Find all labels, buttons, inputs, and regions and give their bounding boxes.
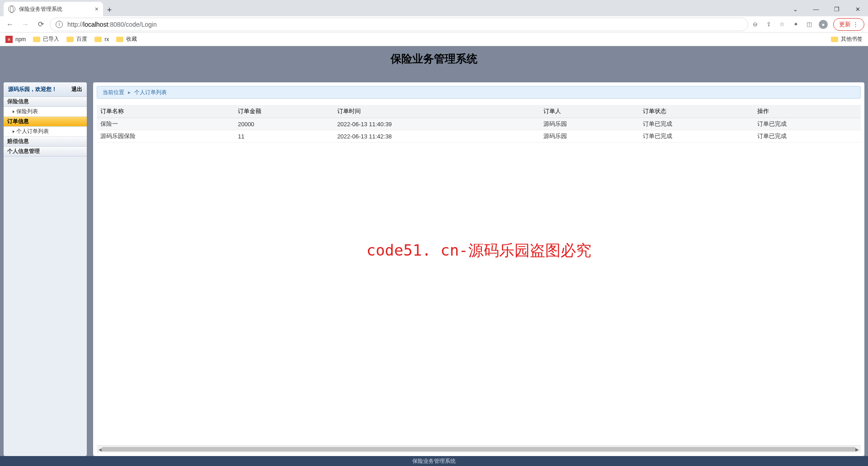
scrollbar-thumb[interactable] (101, 447, 856, 452)
folder-icon (94, 37, 102, 42)
orders-table: 订单名称 订单金额 订单时间 订单人 订单状态 操作 保险一200002022-… (97, 105, 861, 143)
globe-icon (8, 5, 15, 13)
other-bookmarks[interactable]: 其他书签 (831, 35, 863, 43)
back-button[interactable]: ← (4, 18, 16, 31)
tab-title: 保险业务管理系统 (19, 5, 62, 13)
new-tab-button[interactable]: + (103, 4, 116, 16)
sidepanel-icon[interactable]: ◫ (805, 20, 813, 29)
bookmark-baidu[interactable]: 百度 (66, 35, 87, 43)
scroll-right-icon[interactable]: ▶ (854, 446, 861, 453)
update-button[interactable]: 更新⋮ (833, 18, 864, 31)
triangle-icon (13, 130, 14, 133)
sidebar-item-insurance-list[interactable]: 保险列表 (4, 107, 87, 117)
close-window-icon[interactable]: ✕ (847, 2, 868, 16)
window-controls: ⌄ — ❐ ✕ (785, 2, 868, 16)
page-title: 保险业务管理系统 (391, 52, 477, 66)
table-cell: 源码乐园 (540, 118, 639, 130)
table-cell: 2022-06-13 11:40:39 (334, 118, 540, 130)
address-bar: ← → ⟳ i http://localhost:8080/code/Login… (0, 16, 868, 33)
main-panel: 当前位置 ▸ 个人订单列表 订单名称 订单金额 订单时间 订单人 订单状态 (93, 82, 864, 456)
close-tab-icon[interactable]: × (95, 5, 99, 13)
url-path: /code/Login (124, 21, 156, 28)
triangle-icon (13, 110, 14, 113)
minimize-icon[interactable]: — (806, 2, 826, 16)
col-name: 订单名称 (97, 105, 234, 118)
url-scheme: http:// (67, 21, 83, 28)
folder-icon (33, 37, 40, 42)
folder-icon (66, 37, 74, 42)
browser-tab[interactable]: 保险业务管理系统 × (4, 2, 103, 16)
zoom-icon[interactable]: ⊖ (751, 20, 759, 29)
col-time: 订单时间 (334, 105, 540, 118)
reload-button[interactable]: ⟳ (34, 18, 47, 31)
horizontal-scrollbar[interactable]: ◀ ▶ (97, 445, 861, 452)
breadcrumb-current: 个人订单列表 (134, 89, 167, 96)
maximize-icon[interactable]: ❐ (826, 2, 847, 16)
bookmark-npm[interactable]: nnpm (5, 36, 26, 43)
sidebar: 源码乐园，欢迎您！ 退出 保险信息 保险列表 订单信息 个人订单列表 赔偿信息 … (4, 82, 87, 456)
watermark-text: code51. cn-源码乐园盗图必究 (366, 240, 591, 261)
table-header-row: 订单名称 订单金额 订单时间 订单人 订单状态 操作 (97, 105, 861, 118)
share-icon[interactable]: ⇪ (764, 20, 773, 29)
profile-avatar[interactable]: ● (819, 20, 828, 29)
bookmark-imported[interactable]: 已导入 (33, 35, 59, 43)
app-header: 保险业务管理系统 (0, 46, 868, 82)
table-row[interactable]: 保险一200002022-06-13 11:40:39源码乐园订单已完成订单已完… (97, 118, 861, 130)
browser-tab-bar: 保险业务管理系统 × + ⌄ — ❐ ✕ (0, 0, 868, 16)
url-port: :8080 (108, 21, 124, 28)
extensions-icon[interactable]: ✦ (792, 20, 800, 29)
table-cell: 订单已完成 (639, 118, 754, 130)
table-row[interactable]: 源码乐园保险112022-06-13 11:42:38源码乐园订单已完成订单已完… (97, 130, 861, 143)
breadcrumb: 当前位置 ▸ 个人订单列表 (97, 86, 861, 99)
bookmark-rx[interactable]: rx (94, 36, 109, 43)
npm-icon: n (5, 36, 13, 43)
app-container: 保险业务管理系统 源码乐园，欢迎您！ 退出 保险信息 保险列表 订单信息 个人订… (0, 46, 868, 466)
table-container: 订单名称 订单金额 订单时间 订单人 订单状态 操作 保险一200002022-… (97, 105, 861, 445)
forward-button[interactable]: → (19, 18, 32, 31)
folder-icon (116, 37, 123, 42)
table-cell: 源码乐园 (540, 130, 639, 143)
site-info-icon[interactable]: i (56, 21, 63, 28)
bookmark-bar: nnpm 已导入 百度 rx 收藏 其他书签 (0, 33, 868, 46)
breadcrumb-label: 当前位置 (103, 89, 124, 96)
sidebar-cat-claims[interactable]: 赔偿信息 (4, 137, 87, 147)
sidebar-cat-orders[interactable]: 订单信息 (4, 117, 87, 127)
star-icon[interactable]: ☆ (778, 20, 786, 29)
table-cell: 保险一 (97, 118, 234, 130)
chevron-right-icon: ▸ (128, 89, 131, 95)
app-footer: 保险业务管理系统 (0, 456, 868, 466)
sidebar-cat-insurance[interactable]: 保险信息 (4, 97, 87, 107)
window-dropdown-icon[interactable]: ⌄ (785, 2, 806, 16)
logout-button[interactable]: 退出 (71, 86, 82, 93)
col-user: 订单人 (540, 105, 639, 118)
folder-icon (831, 37, 838, 42)
table-cell: 2022-06-13 11:42:38 (334, 130, 540, 143)
url-field[interactable]: i http://localhost:8080/code/Login (50, 18, 748, 31)
bookmark-collection[interactable]: 收藏 (116, 35, 137, 43)
table-cell: 源码乐园保险 (97, 130, 234, 143)
sidebar-item-personal-orders[interactable]: 个人订单列表 (4, 127, 87, 137)
table-cell: 20000 (234, 118, 334, 130)
col-amount: 订单金额 (234, 105, 334, 118)
table-cell: 11 (234, 130, 334, 143)
table-cell: 订单已完成 (754, 130, 861, 143)
welcome-text: 源码乐园，欢迎您！ (8, 86, 57, 93)
col-action: 操作 (754, 105, 861, 118)
table-cell: 订单已完成 (639, 130, 754, 143)
url-host: localhost (83, 21, 108, 28)
footer-text: 保险业务管理系统 (412, 457, 456, 465)
sidebar-cat-profile[interactable]: 个人信息管理 (4, 147, 87, 157)
col-status: 订单状态 (639, 105, 754, 118)
table-cell: 订单已完成 (754, 118, 861, 130)
sidebar-header: 源码乐园，欢迎您！ 退出 (4, 82, 87, 97)
